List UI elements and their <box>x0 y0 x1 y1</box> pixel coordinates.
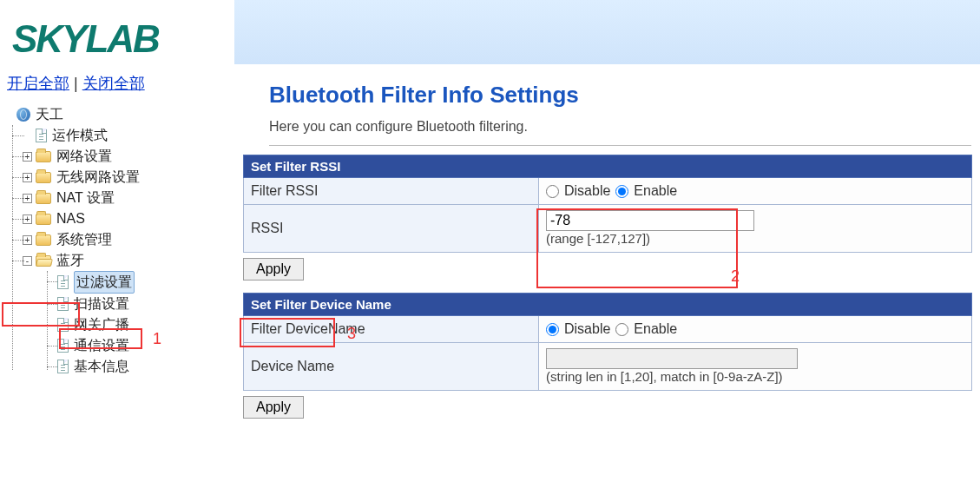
folder-open-icon <box>36 255 51 267</box>
folder-icon <box>36 151 51 162</box>
expander-icon[interactable]: + <box>23 235 32 245</box>
page-icon <box>57 275 69 289</box>
devicename-input[interactable] <box>546 348 798 369</box>
separator: | <box>74 75 82 92</box>
enable-label: Enable <box>634 183 677 199</box>
tree-item-network[interactable]: 网络设置 <box>56 146 112 167</box>
filter-rssi-disable-radio[interactable] <box>546 185 559 198</box>
globe-icon <box>16 108 30 122</box>
tree-item-system[interactable]: 系统管理 <box>56 229 112 250</box>
filter-devicename-label: Filter DeviceName <box>244 316 539 343</box>
tree-item-nas[interactable]: NAS <box>56 208 85 229</box>
rssi-section-header: Set Filter RSSI <box>244 155 972 178</box>
tree-item-comm-settings[interactable]: 通信设置 <box>74 335 129 356</box>
enable-label: Enable <box>634 321 677 337</box>
page-title: Bluetooth Filter Info Settings <box>269 82 980 109</box>
tree-item-basic-info[interactable]: 基本信息 <box>74 356 129 377</box>
folder-icon <box>36 172 51 183</box>
rssi-input[interactable] <box>546 210 754 231</box>
filter-devicename-enable-radio[interactable] <box>615 323 628 336</box>
disable-label: Disable <box>564 321 610 337</box>
header-banner <box>234 0 980 64</box>
expander-icon[interactable]: + <box>23 214 32 224</box>
expander-icon[interactable]: + <box>23 152 32 162</box>
tree-item-gateway-broadcast[interactable]: 网关广播 <box>74 314 129 335</box>
expander-icon[interactable]: + <box>23 173 32 182</box>
open-all-link[interactable]: 开启全部 <box>7 75 69 92</box>
folder-icon <box>36 193 51 204</box>
folder-icon <box>36 214 51 225</box>
tree-item-operation-mode[interactable]: 运作模式 <box>52 125 108 146</box>
tree-item-wireless[interactable]: 无线网路设置 <box>56 167 140 188</box>
device-name-section-header: Set Filter Device Name <box>244 294 972 316</box>
folder-icon <box>36 234 51 246</box>
tree-item-bluetooth[interactable]: 蓝牙 <box>56 250 84 271</box>
annotation-label-2: 2 <box>731 267 740 286</box>
page-subtitle: Here you can configure Bluetooth filteri… <box>269 119 980 135</box>
disable-label: Disable <box>564 183 610 199</box>
page-icon <box>57 360 69 373</box>
filter-rssi-enable-radio[interactable] <box>615 185 628 198</box>
apply-devicename-button[interactable]: Apply <box>243 396 304 419</box>
page-icon <box>36 129 47 142</box>
devicename-label: Device Name <box>244 343 539 391</box>
brand-logo: SKYLAB <box>0 0 234 69</box>
rssi-label: RSSI <box>244 205 539 253</box>
page-icon <box>57 339 69 353</box>
expander-icon[interactable]: - <box>23 256 32 266</box>
page-icon <box>57 297 69 311</box>
filter-rssi-label: Filter RSSI <box>244 178 539 205</box>
tree-item-nat[interactable]: NAT 设置 <box>56 188 115 208</box>
close-all-link[interactable]: 关闭全部 <box>82 75 145 92</box>
apply-rssi-button[interactable]: Apply <box>243 258 304 280</box>
tree-item-scan-settings[interactable]: 扫描设置 <box>74 294 129 314</box>
tree-item-filter-settings[interactable]: 过滤设置 <box>74 271 135 294</box>
tree-root[interactable]: 天工 <box>36 104 63 125</box>
expander-icon[interactable]: + <box>23 194 32 203</box>
page-icon <box>57 318 69 332</box>
rssi-hint: (range [-127,127]) <box>546 231 650 246</box>
filter-devicename-disable-radio[interactable] <box>546 323 559 336</box>
devicename-hint: (string len in [1,20], match in [0-9a-zA… <box>546 369 783 384</box>
